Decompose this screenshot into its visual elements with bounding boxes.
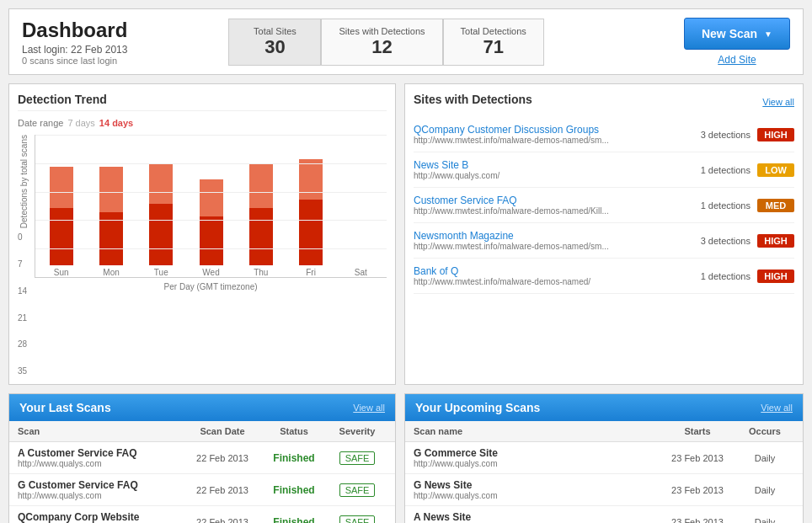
detection-name[interactable]: QCompany Customer Discussion Groups <box>414 124 676 136</box>
scan-info: G Customer Service FAQ http://www.qualys… <box>18 479 184 500</box>
detection-name[interactable]: Bank of Q <box>414 265 676 277</box>
severity-badge: LOW <box>757 163 794 177</box>
bar-bottom <box>200 179 223 216</box>
col-header-scan: Scan <box>18 426 184 436</box>
sites-detections-view-all[interactable]: View all <box>762 97 794 107</box>
upcoming-scan-name: A News Site <box>414 511 660 523</box>
bar-bottom <box>99 167 123 211</box>
upcoming-scan-info: A News Site http://www.qualys.com <box>414 511 660 523</box>
detection-item: QCompany Customer Discussion Groups http… <box>414 117 794 152</box>
sites-detections-label: Sites with Detections <box>339 26 425 36</box>
scan-severity: SAFE <box>328 484 387 496</box>
detection-item: Bank of Q http://www.mwtest.info/malware… <box>414 259 794 294</box>
severity-badge: HIGH <box>757 234 794 248</box>
scan-info: A Customer Service FAQ http://www.qualys… <box>18 447 184 468</box>
chart-grid: SunMonTueWedThuFriSat <box>35 135 387 278</box>
bar-label: Thu <box>254 268 268 277</box>
col-header-scan-name: Scan name <box>414 426 660 436</box>
y-axis-label: Detections by total scans <box>19 135 29 228</box>
bar-label: Sat <box>355 268 367 277</box>
upcoming-scans-view-all[interactable]: View all <box>761 403 793 413</box>
col-header-date: Scan Date <box>184 426 260 436</box>
detection-name[interactable]: Newsmonth Magazine <box>414 230 676 242</box>
detection-url: http://www.mwtest.info/malware-demos-nam… <box>414 277 676 286</box>
date-range-14-option[interactable]: 14 days <box>99 118 133 128</box>
page-title: Dashboard <box>22 19 127 42</box>
scan-status: Finished <box>260 484 328 496</box>
upcoming-scan-starts: 23 Feb 2013 <box>660 485 735 495</box>
sites-detections-title: Sites with Detections <box>414 93 532 110</box>
severity-badge: SAFE <box>339 483 376 497</box>
detection-name[interactable]: Customer Service FAQ <box>414 195 676 206</box>
table-row: G News Site http://www.qualys.com 23 Feb… <box>405 474 803 506</box>
bar-label: Wed <box>202 268 219 277</box>
scan-name: G Customer Service FAQ <box>18 479 184 491</box>
upcoming-scan-starts: 23 Feb 2013 <box>660 453 735 463</box>
new-scan-label: New Scan <box>702 27 757 40</box>
scan-name: A Customer Service FAQ <box>18 447 184 459</box>
scan-info: QCompany Corp Website http://www.qualys.… <box>18 511 184 523</box>
dropdown-arrow-icon: ▼ <box>764 29 772 39</box>
detection-item: Customer Service FAQ http://www.mwtest.i… <box>414 188 794 223</box>
detection-info: Bank of Q http://www.mwtest.info/malware… <box>414 265 676 286</box>
upcoming-scans-title: Your Upcoming Scans <box>415 401 540 414</box>
scan-severity: SAFE <box>328 452 387 464</box>
total-sites-label: Total Sites <box>246 26 303 36</box>
status-finished-text: Finished <box>273 452 314 464</box>
upcoming-scan-name: G Commerce Site <box>414 447 660 459</box>
status-finished-text: Finished <box>273 484 314 496</box>
detection-name[interactable]: News Site B <box>414 159 676 171</box>
detection-url: http://www.mwtest.info/malware-demos-nam… <box>414 206 676 216</box>
bar-top <box>200 216 223 265</box>
total-detections-value: 71 <box>461 36 526 58</box>
upcoming-scan-occurs: Daily <box>735 517 794 523</box>
x-axis-label: Per Day (GMT timezone) <box>35 282 387 291</box>
scan-status: Finished <box>260 452 328 464</box>
upcoming-scans-header: Your Upcoming Scans View all <box>405 394 803 421</box>
date-range-7-option[interactable]: 7 days <box>67 118 94 128</box>
total-detections-stat: Total Detections 71 <box>443 19 544 66</box>
bar-stack <box>149 163 173 265</box>
bar-stack <box>200 179 223 265</box>
header-stats: Total Sites 30 Sites with Detections 12 … <box>228 19 543 66</box>
bar-top <box>149 204 173 265</box>
upcoming-scan-url: http://www.qualys.com <box>414 491 660 500</box>
detection-items-list: QCompany Customer Discussion Groups http… <box>414 117 794 294</box>
total-sites-value: 30 <box>246 36 303 58</box>
table-row: G Commerce Site http://www.qualys.com 23… <box>405 442 803 474</box>
last-scans-view-all[interactable]: View all <box>353 403 385 413</box>
upcoming-scan-name: G News Site <box>414 479 660 491</box>
header: Dashboard Last login: 22 Feb 2013 0 scan… <box>8 8 804 75</box>
bar-label: Mon <box>103 268 119 277</box>
col-header-status: Status <box>260 426 328 436</box>
detection-count: 3 detections <box>683 130 751 140</box>
upcoming-scan-info: G Commerce Site http://www.qualys.com <box>414 447 660 468</box>
new-scan-button[interactable]: New Scan ▼ <box>684 18 790 50</box>
severity-badge: MED <box>757 199 794 212</box>
table-row: QCompany Corp Website http://www.qualys.… <box>9 506 395 523</box>
scan-date: 22 Feb 2013 <box>184 517 260 523</box>
bar-group: Thu <box>239 163 282 277</box>
bottom-two-col: Your Last Scans View all Scan Scan Date … <box>8 393 804 523</box>
upcoming-scan-occurs: Daily <box>735 453 794 463</box>
upcoming-scan-url: http://www.qualys.com <box>414 459 660 468</box>
last-scans-rows: A Customer Service FAQ http://www.qualys… <box>9 442 395 523</box>
severity-badge: SAFE <box>339 515 376 523</box>
add-site-link[interactable]: Add Site <box>718 54 756 66</box>
scan-name: QCompany Corp Website <box>18 511 184 523</box>
last-scans-panel: Your Last Scans View all Scan Scan Date … <box>8 393 396 523</box>
bar-label: Fri <box>306 268 316 277</box>
scan-status: Finished <box>260 516 328 523</box>
scan-url: http://www.qualys.com <box>18 491 184 500</box>
detection-info: Newsmonth Magazine http://www.mwtest.inf… <box>414 230 676 251</box>
bar-group: Wed <box>190 179 232 277</box>
y-axis-values: 35 28 21 14 7 0 <box>18 232 31 376</box>
bar-bottom <box>149 163 173 205</box>
upcoming-scan-info: G News Site http://www.qualys.com <box>414 479 660 500</box>
bar-top <box>249 208 273 265</box>
date-range-label: Date range <box>18 118 63 128</box>
total-detections-label: Total Detections <box>461 26 526 36</box>
detection-info: Customer Service FAQ http://www.mwtest.i… <box>414 195 676 216</box>
last-scans-header: Your Last Scans View all <box>9 394 395 421</box>
new-scan-area: New Scan ▼ Add Site <box>684 18 790 66</box>
